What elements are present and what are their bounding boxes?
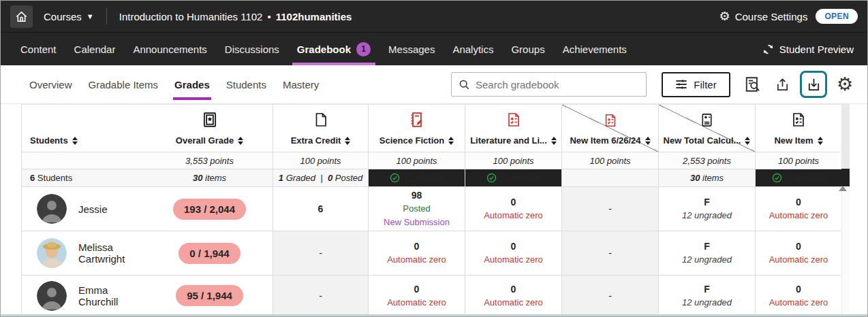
table-header-row: Students Overall Grade <box>22 105 841 152</box>
new-submission-link[interactable]: New Submission <box>384 216 450 229</box>
column-header-students[interactable]: Students <box>22 105 146 152</box>
points-science-fiction: 100 points <box>368 152 465 169</box>
subtab-mastery[interactable]: Mastery <box>275 65 327 103</box>
grade-cell-new-item-626[interactable]: - <box>561 187 658 231</box>
grade-cell-extra-credit[interactable]: - <box>273 276 368 316</box>
subtab-students[interactable]: Students <box>218 65 275 103</box>
student-row: Jessie 193 / 2,044 6 98 Posted New Submi… <box>22 187 841 231</box>
sort-icon <box>448 137 454 145</box>
quiz-icon-hidden <box>603 110 618 129</box>
tab-announcements[interactable]: Announcements <box>124 33 215 65</box>
automatic-zero-label: Automatic zero <box>769 209 828 222</box>
overall-grade-pill: 0 / 1,944 <box>179 243 240 264</box>
grade-cell-science-fiction[interactable]: 0 Automatic zero <box>368 231 465 275</box>
points-students <box>22 152 146 169</box>
points-new-item: 100 points <box>755 152 841 169</box>
grade-cell-literature[interactable]: 0 Automatic zero <box>465 276 561 316</box>
grade-cell-new-total-calc[interactable]: F 12 ungraded <box>658 231 755 275</box>
clipped-badge-sliver <box>841 169 850 186</box>
avatar <box>37 281 67 311</box>
summary-new-total-items: 30 items <box>658 169 755 186</box>
title-separator: • <box>267 11 270 22</box>
upload-button[interactable] <box>771 71 794 97</box>
column-header-new-item-626[interactable]: New Item 6/26/24 <box>561 105 658 152</box>
points-literature: 100 points <box>465 152 561 169</box>
subtab-gradable-items[interactable]: Gradable Items <box>80 65 167 103</box>
grade-cell-new-item[interactable]: 0 Automatic zero <box>755 276 841 316</box>
column-header-extra-credit[interactable]: Extra Credit <box>273 105 368 152</box>
subtab-grades[interactable]: Grades <box>166 65 218 103</box>
vertical-scrollbar[interactable] <box>841 186 850 315</box>
clipped-column-sliver <box>841 104 850 169</box>
course-settings-button[interactable]: ⚙ Course Settings <box>719 10 808 22</box>
grade-cell-new-total-calc[interactable]: F 12 ungraded <box>658 187 755 231</box>
grades-table: Students Overall Grade <box>21 104 841 316</box>
search-gradebook-box <box>451 72 647 97</box>
grade-cell-new-total-calc[interactable]: F 12 ungraded <box>658 276 755 316</box>
grade-cell-new-item[interactable]: 0 Automatic zero <box>755 231 841 275</box>
gradebook-settings-button[interactable]: ⚙ <box>833 71 856 97</box>
tab-analytics[interactable]: Analytics <box>444 33 502 65</box>
subtab-overview[interactable]: Overview <box>21 65 80 103</box>
open-status-badge[interactable]: OPEN <box>816 9 858 24</box>
courses-label: Courses <box>44 11 82 22</box>
points-overall: 3,553 points <box>146 152 273 169</box>
tab-groups[interactable]: Groups <box>502 33 553 65</box>
tab-calendar[interactable]: Calendar <box>65 33 125 65</box>
gradebook-count-badge: 1 <box>356 42 371 56</box>
gradebook-subnav: Overview Gradable Items Grades Students … <box>1 65 867 104</box>
student-name-cell[interactable]: Emma Churchill <box>22 276 146 316</box>
grade-cell-science-fiction[interactable]: 0 Automatic zero <box>368 276 465 316</box>
tab-gradebook[interactable]: Gradebook 1 <box>288 33 379 65</box>
scroll-up-arrow[interactable] <box>839 186 847 191</box>
horizontal-scrollbar[interactable] <box>1 314 867 316</box>
tab-messages[interactable]: Messages <box>379 33 444 65</box>
search-input[interactable] <box>476 79 639 90</box>
ungraded-label: 12 ungraded <box>682 209 732 222</box>
tab-achievements[interactable]: Achievements <box>554 33 636 65</box>
tab-content[interactable]: Content <box>12 33 65 65</box>
student-name-cell[interactable]: Jessie <box>22 187 146 231</box>
column-header-science-fiction[interactable]: Science Fiction <box>368 105 465 152</box>
filter-button[interactable]: Filter <box>662 72 730 97</box>
filter-icon <box>675 78 687 90</box>
tab-discussions[interactable]: Discussions <box>216 33 288 65</box>
summary-extra-credit-status: 1 Graded | 0 Posted <box>273 169 368 186</box>
grade-cell-extra-credit[interactable]: - <box>273 231 368 275</box>
home-button[interactable] <box>10 5 33 28</box>
topbar-right: ⚙ Course Settings OPEN <box>719 9 858 24</box>
quiz-icon <box>506 110 522 129</box>
status-badge-complete: Complete <box>755 169 841 186</box>
overall-grade-pill: 193 / 2,044 <box>173 199 246 220</box>
column-header-new-item[interactable]: New Item <box>755 105 841 152</box>
summary-overall-items: 30 items <box>146 169 273 186</box>
column-header-new-total-calc[interactable]: New Total Calcul... <box>658 105 755 152</box>
summary-new-item-626 <box>561 169 658 186</box>
column-header-literature[interactable]: Literature and Li... <box>465 105 561 152</box>
overall-grade-cell[interactable]: 193 / 2,044 <box>146 187 273 231</box>
column-header-overall-grade[interactable]: Overall Grade <box>146 105 273 152</box>
student-name-cell[interactable]: Melissa Cartwright <box>22 231 146 275</box>
overall-grade-cell[interactable]: 0 / 1,944 <box>146 231 273 275</box>
student-preview-button[interactable]: Student Preview <box>762 33 856 65</box>
grade-cell-extra-credit[interactable]: 6 <box>273 187 368 231</box>
avatar <box>37 194 67 224</box>
grade-cell-literature[interactable]: 0 Automatic zero <box>465 187 561 231</box>
gear-icon: ⚙ <box>719 10 730 22</box>
download-button[interactable] <box>800 71 827 98</box>
grade-cell-new-item-626[interactable]: - <box>561 231 658 275</box>
grade-cell-literature[interactable]: 0 Automatic zero <box>465 231 561 275</box>
grade-cell-science-fiction[interactable]: 98 Posted New Submission <box>368 187 465 231</box>
grade-cell-new-item-626[interactable]: - <box>561 276 658 316</box>
courses-dropdown[interactable]: Courses ▼ <box>44 11 94 22</box>
review-grades-button[interactable] <box>741 71 764 97</box>
summary-row: 6 Students 30 items 1 Graded | 0 Posted … <box>22 169 841 187</box>
calculator-icon-hidden <box>699 110 715 129</box>
posted-label: Posted <box>403 202 430 216</box>
points-row: 3,553 points 100 points 100 points 100 p… <box>22 152 841 169</box>
ungraded-label: 12 ungraded <box>682 296 732 310</box>
course-title: Introduction to Humanities 1102 • 1102hu… <box>119 11 352 22</box>
overall-grade-cell[interactable]: 95 / 1,944 <box>146 276 273 316</box>
caret-down-icon: ▼ <box>87 12 94 20</box>
grade-cell-new-item[interactable]: 0 Automatic zero <box>755 187 841 231</box>
